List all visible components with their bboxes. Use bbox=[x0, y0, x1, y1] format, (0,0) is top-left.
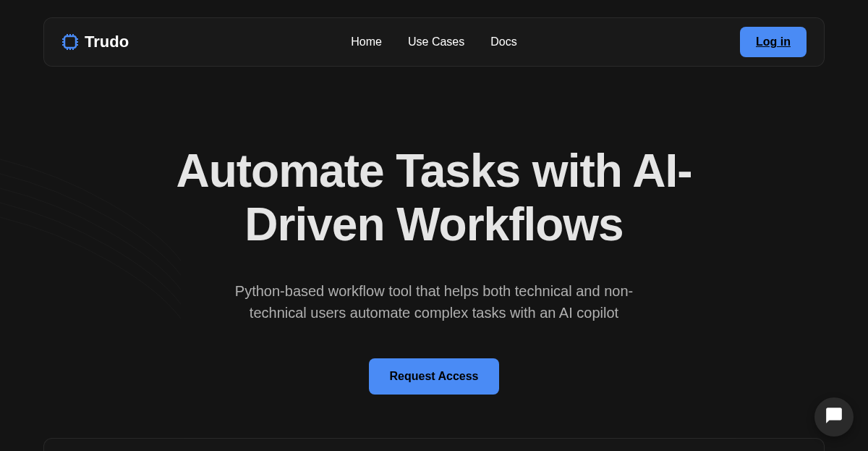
nav-link-home[interactable]: Home bbox=[351, 35, 382, 49]
request-access-button[interactable]: Request Access bbox=[369, 358, 498, 395]
nav-links: Home Use Cases Docs bbox=[351, 35, 516, 49]
hero-subtitle: Python-based workflow tool that helps bo… bbox=[210, 280, 658, 324]
chat-icon bbox=[825, 406, 843, 428]
logo-text: Trudo bbox=[85, 33, 129, 51]
logo[interactable]: Trudo bbox=[61, 33, 129, 51]
login-button[interactable]: Log in bbox=[740, 27, 807, 57]
navbar: Trudo Home Use Cases Docs Log in bbox=[43, 17, 825, 67]
chat-widget-button[interactable] bbox=[814, 397, 854, 437]
bottom-panel bbox=[43, 438, 825, 451]
hero-title: Automate Tasks with AI-Driven Workflows bbox=[109, 145, 760, 251]
nav-link-docs[interactable]: Docs bbox=[490, 35, 516, 49]
hero-section: Automate Tasks with AI-Driven Workflows … bbox=[0, 145, 868, 395]
svg-rect-0 bbox=[64, 36, 76, 48]
logo-icon bbox=[61, 33, 79, 51]
nav-link-use-cases[interactable]: Use Cases bbox=[408, 35, 464, 49]
